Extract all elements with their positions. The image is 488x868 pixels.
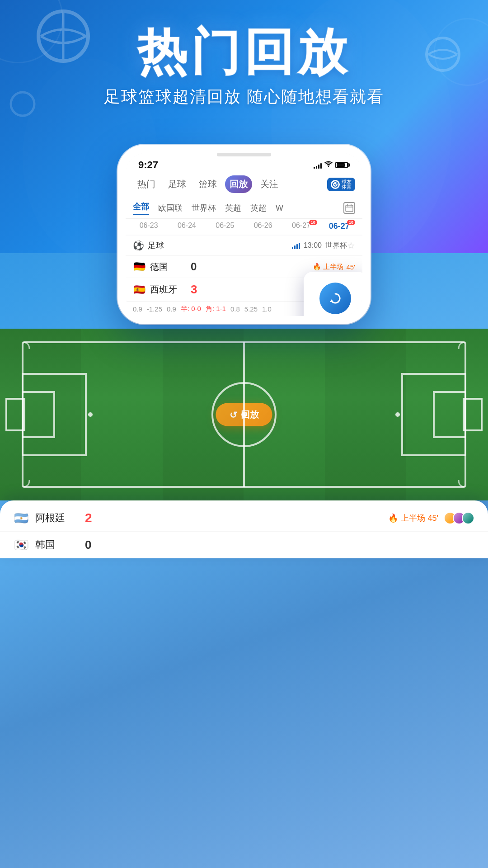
argentina-flag: 🇦🇷 [14,511,28,525]
odds-2: -1.25 [147,305,162,313]
nav-logo-line1: 球友 [342,179,352,184]
bottom-team-korea: 🇰🇷 韩国 0 [0,532,488,558]
nav-logo-text: 球友 体育 [342,179,352,189]
germany-score: 0 [191,260,204,273]
nav-tab-football[interactable]: 足球 [164,175,191,193]
nav-tabs: 热门 足球 篮球 回放 关注 球友 体育 [126,171,362,198]
phone-notch [217,153,271,156]
live-label-arg: 上半场 [401,513,425,524]
calendar-icon[interactable] [343,202,355,214]
svg-marker-11 [330,299,333,302]
match-time: 13:00 [304,241,322,250]
argentina-avatars [444,512,474,524]
date-tab-1[interactable]: 06-23 [133,222,164,231]
svg-point-23 [395,412,400,417]
korea-name: 韩国 [35,538,71,552]
odds-3: 0.9 [167,305,176,313]
phone-mockup-section: 9:27 [0,145,488,324]
bottom-matches-section: 🇦🇷 阿根廷 2 🔥 上半场 45' 🇰🇷 韩国 0 [0,500,488,558]
status-icons [314,161,350,169]
wifi-icon [324,161,333,169]
nav-tab-hot[interactable]: 热门 [133,175,160,193]
date-tab-2[interactable]: 06-24 [171,222,202,231]
svg-point-6 [333,182,338,187]
spain-flag: 🇪🇸 [133,283,145,296]
date-tab-5[interactable]: 06-27 10 [285,222,317,231]
hero-subtitle: 足球篮球超清回放 随心随地想看就看 [104,86,384,108]
date-badge-6: 10 [347,220,355,225]
battery-icon [335,162,350,168]
korea-flag: 🇰🇷 [14,538,28,552]
spain-name: 西班牙 [150,283,182,296]
signal-icon [314,161,322,169]
nav-tab-basketball[interactable]: 篮球 [194,175,221,193]
corner-score: 角: 1-1 [206,305,226,313]
odds-side-1: 0.8 [230,305,240,313]
field-section: ↺ 回放 [0,329,488,500]
korea-flag-circle: 🇰🇷 [14,537,29,552]
odds-side-3: 1.0 [262,305,272,313]
sport-icon: ⚽ [133,240,144,251]
sub-nav-epl2[interactable]: 英超 [250,203,267,213]
fire-icon-arg: 🔥 [388,513,398,523]
live-time: 45' [346,263,355,271]
argentina-flag-circle: 🇦🇷 [14,510,29,526]
live-time-arg: 45' [428,514,438,523]
svg-rect-20 [434,392,465,437]
odds-side-2: 5.25 [244,305,258,313]
germany-name: 德国 [150,261,182,273]
date-tab-6[interactable]: 06-27 10 [324,222,355,231]
date-badge-5: 10 [309,220,317,225]
bottom-team-argentina: 🇦🇷 阿根廷 2 🔥 上半场 45' [0,505,488,532]
svg-point-22 [88,412,93,417]
live-badge: 🔥 上半场 [313,263,343,271]
nav-tab-replay[interactable]: 回放 [225,175,252,193]
argentina-name: 阿根廷 [35,511,71,525]
argentina-score: 2 [85,511,92,525]
korea-score: 0 [85,538,91,552]
match-league: 世界杯 [325,241,347,250]
svg-rect-17 [23,392,54,437]
match-section: ⚽ 足球 13:00 世界杯 ☆ [126,236,362,316]
ba-3 [462,512,474,524]
favorite-icon[interactable]: ☆ [347,240,355,251]
bar-chart-icon [292,242,300,249]
sub-nav: 全部 欧国联 世界杯 英超 英超 W [126,198,362,219]
germany-status: 🔥 上半场 45' [313,263,355,271]
phone-screen: 9:27 [126,153,362,316]
fire-icon: 🔥 [313,263,321,271]
date-tabs: 06-23 06-24 06-25 06-26 06-27 10 06-27 1 [126,219,362,235]
date-tab-3[interactable]: 06-25 [209,222,241,231]
svg-rect-7 [346,205,353,212]
replay-circle-icon [319,283,351,314]
nav-logo-icon [331,180,340,189]
sub-nav-all[interactable]: 全部 [133,201,149,215]
phone-outer: 9:27 [117,145,371,324]
match-time-info: 13:00 世界杯 [292,241,347,250]
spain-score: 3 [191,283,204,297]
germany-flag: 🇩🇪 [133,260,145,273]
half-score: 半: 0-0 [181,305,201,313]
argentina-live: 🔥 上半场 45' [388,513,438,524]
field-lines-svg [0,329,488,500]
sub-nav-epl1[interactable]: 英超 [225,203,241,213]
live-label: 上半场 [323,263,343,271]
match-header: ⚽ 足球 13:00 世界杯 ☆ [126,236,362,256]
status-time: 9:27 [138,159,158,171]
replay-popup[interactable]: 回放 [304,272,362,316]
sub-nav-w[interactable]: W [276,203,283,213]
nav-tab-follow[interactable]: 关注 [256,175,283,193]
sub-nav-euro[interactable]: 欧国联 [158,203,183,213]
svg-point-15 [241,412,247,417]
hero-title: 热门回放 [137,27,351,77]
nav-logo[interactable]: 球友 体育 [327,178,355,191]
odds-1: 0.9 [133,305,142,313]
date-tab-4[interactable]: 06-26 [247,222,279,231]
nav-logo-line2: 体育 [342,184,352,189]
sub-nav-world[interactable]: 世界杯 [192,203,216,213]
sport-name: 足球 [148,240,164,251]
